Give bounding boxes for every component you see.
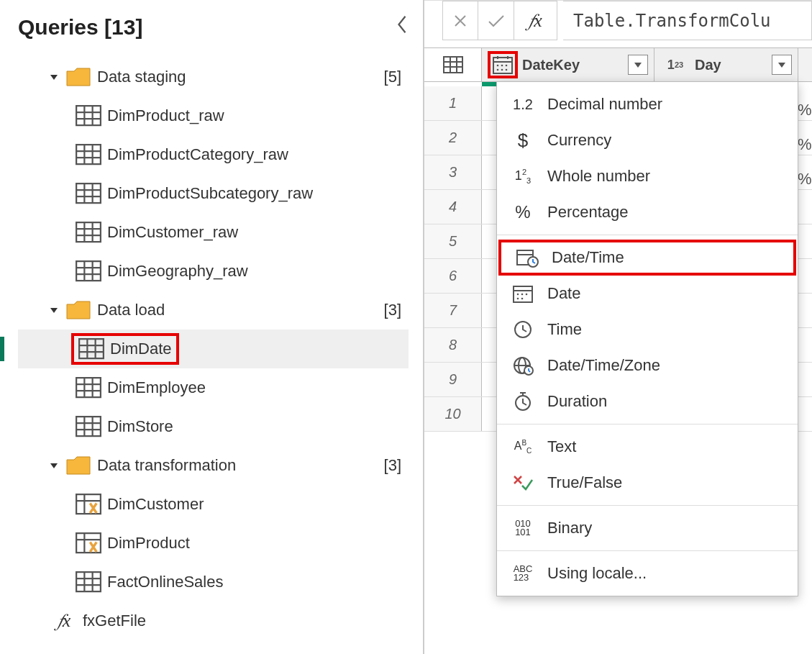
- table-icon: [76, 143, 101, 166]
- query-item[interactable]: FactOnlineSales: [18, 563, 409, 601]
- query-item[interactable]: DimProductCategory_raw: [18, 135, 409, 174]
- row-number[interactable]: 1: [424, 86, 482, 120]
- svg-rect-30: [76, 378, 101, 398]
- query-item[interactable]: DimProductSubcategory_raw: [18, 174, 409, 213]
- row-number[interactable]: 2: [424, 121, 482, 155]
- type-menu-label: Binary: [547, 519, 592, 537]
- collapse-pane-icon[interactable]: [396, 14, 409, 40]
- type-menu-label: Text: [547, 437, 576, 456]
- query-label: DimStore: [107, 417, 409, 436]
- type-menu-label: Time: [547, 320, 582, 339]
- type-menu-item-locale[interactable]: ABC123Using locale...: [497, 555, 798, 591]
- query-item[interactable]: DimProduct_raw: [18, 96, 409, 135]
- column-header-day[interactable]: 123 Day: [654, 48, 798, 81]
- cancel-formula-button[interactable]: [442, 1, 478, 40]
- folder-count: [3]: [384, 301, 401, 319]
- type-menu-label: Percentage: [547, 203, 629, 222]
- query-label: FactOnlineSales: [107, 573, 409, 591]
- row-number[interactable]: 8: [424, 328, 482, 362]
- svg-point-71: [517, 294, 519, 296]
- folder-icon: [65, 299, 91, 322]
- queries-tree: Data staging [5] DimProduct_raw DimProdu…: [18, 58, 409, 640]
- row-number[interactable]: 9: [424, 363, 482, 396]
- svg-rect-25: [79, 340, 104, 359]
- commit-formula-button[interactable]: [478, 1, 514, 40]
- type-menu-item-time[interactable]: Time: [497, 312, 798, 348]
- query-item[interactable]: DimCustomer_raw: [18, 213, 409, 252]
- select-all-cell[interactable]: [424, 48, 482, 81]
- type-menu-item-percent[interactable]: %Percentage: [497, 194, 798, 230]
- column-dropdown-icon[interactable]: [628, 55, 648, 75]
- query-item-dimdate[interactable]: DimDate: [18, 330, 409, 368]
- folder-label: Data transformation: [97, 456, 384, 475]
- query-item[interactable]: DimEmployee: [18, 368, 409, 407]
- type-menu-item-decimal[interactable]: 1.2Decimal number: [497, 86, 798, 122]
- column-type-icon[interactable]: [488, 51, 518, 78]
- row-number[interactable]: 10: [424, 397, 482, 431]
- formula-bar: 𝑓x Table.TransformColu: [424, 1, 812, 40]
- type-menu-item-binary[interactable]: 010101Binary: [497, 510, 798, 546]
- svg-point-73: [526, 294, 528, 296]
- query-label: DimProductSubcategory_raw: [107, 184, 409, 203]
- folder-icon: [65, 454, 91, 477]
- folder-icon: [65, 65, 91, 88]
- svg-point-63: [497, 69, 499, 71]
- folder-label: Data load: [97, 301, 384, 319]
- svg-point-64: [501, 69, 503, 71]
- fx-icon: 𝑓x: [51, 609, 77, 632]
- fx-label-icon[interactable]: 𝑓x: [514, 1, 557, 40]
- row-number[interactable]: 3: [424, 155, 482, 189]
- query-label: DimProduct: [107, 534, 409, 553]
- percent-hints: % % %: [798, 101, 812, 204]
- column-headers: DateKey 123 Day: [424, 47, 812, 82]
- type-menu-item-date[interactable]: Date: [497, 276, 798, 312]
- data-type-menu: 1.2Decimal number$Currency123Whole numbe…: [496, 81, 798, 596]
- svg-point-74: [517, 298, 519, 300]
- query-item[interactable]: DimStore: [18, 407, 409, 446]
- column-type-icon[interactable]: 123: [660, 51, 690, 78]
- expand-toggle-icon[interactable]: [47, 305, 61, 315]
- row-number[interactable]: 5: [424, 224, 482, 258]
- query-label: DimEmployee: [107, 378, 409, 397]
- datetime-icon: [514, 246, 540, 269]
- folder-data-transformation[interactable]: Data transformation [3]: [18, 446, 409, 485]
- type-menu-item-whole[interactable]: 123Whole number: [497, 158, 798, 194]
- query-item[interactable]: DimProduct: [18, 524, 409, 563]
- formula-input[interactable]: Table.TransformColu: [563, 1, 812, 40]
- table-icon: [78, 337, 104, 360]
- query-item[interactable]: DimCustomer: [18, 485, 409, 524]
- row-number[interactable]: 7: [424, 294, 482, 327]
- type-menu-item-bool[interactable]: True/False: [497, 465, 798, 501]
- query-label: DimProduct_raw: [107, 106, 409, 125]
- type-menu-item-duration[interactable]: Duration: [497, 383, 798, 419]
- type-menu-item-datetime[interactable]: Date/Time: [498, 240, 796, 276]
- text-icon: ABC: [510, 435, 536, 458]
- query-label: DimCustomer_raw: [107, 223, 409, 242]
- type-menu-item-dtz[interactable]: Date/Time/Zone: [497, 348, 798, 383]
- column-dropdown-icon[interactable]: [772, 55, 792, 75]
- type-menu-label: Currency: [547, 131, 611, 150]
- table-fx-icon: [76, 532, 101, 555]
- row-number[interactable]: 4: [424, 190, 482, 224]
- table-icon: [76, 376, 101, 399]
- folder-count: [3]: [384, 456, 401, 475]
- table-icon: [76, 260, 101, 283]
- table-icon: [76, 415, 101, 438]
- type-menu-item-text[interactable]: ABCText: [497, 429, 798, 465]
- type-menu-item-currency[interactable]: $Currency: [497, 122, 798, 158]
- bool-icon: [510, 471, 536, 494]
- type-menu-label: Date: [547, 284, 580, 303]
- query-item[interactable]: DimGeography_raw: [18, 252, 409, 291]
- currency-icon: $: [510, 129, 536, 152]
- column-header-datekey[interactable]: DateKey: [482, 48, 654, 81]
- expand-toggle-icon[interactable]: [47, 460, 61, 471]
- expand-toggle-icon[interactable]: [47, 72, 61, 82]
- table-icon: [76, 221, 101, 244]
- folder-data-load[interactable]: Data load [3]: [18, 291, 409, 330]
- fx-query-item[interactable]: 𝑓x fxGetFile: [18, 601, 409, 640]
- folder-data-staging[interactable]: Data staging [5]: [18, 58, 409, 96]
- folder-label: Data staging: [97, 68, 384, 86]
- svg-point-61: [501, 65, 503, 67]
- row-number[interactable]: 6: [424, 259, 482, 293]
- type-menu-label: Decimal number: [547, 95, 662, 114]
